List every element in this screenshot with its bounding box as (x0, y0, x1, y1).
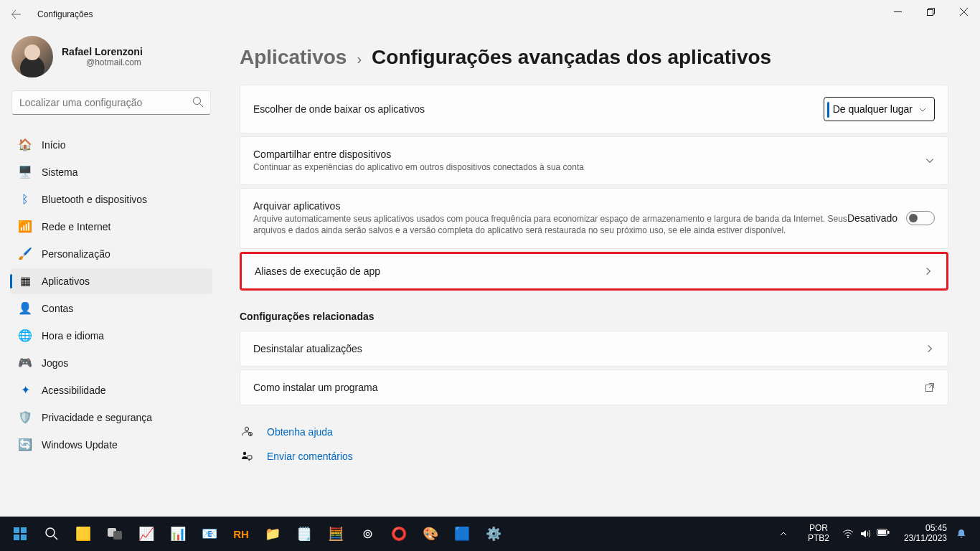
main-content: Aplicativos › Configurações avançadas do… (222, 29, 980, 517)
card-label: Compartilhar entre dispositivos (253, 149, 925, 160)
back-button[interactable] (6, 4, 27, 25)
nav-item-privacidade[interactable]: 🛡️Privacidade e segurança (10, 405, 212, 430)
svg-point-15 (847, 537, 849, 538)
maximize-icon (927, 8, 935, 16)
svg-rect-17 (887, 531, 889, 534)
clock-button[interactable]: 05:45 23/11/2023 (898, 524, 953, 544)
language-indicator[interactable]: POR PTB2 (804, 524, 834, 544)
chevron-right-icon (923, 266, 933, 276)
chevron-right-icon (925, 344, 935, 354)
user-account-block[interactable]: Rafael Lorenzoni @hotmail.com (6, 29, 217, 90)
battery-icon (877, 528, 890, 540)
feedback-icon (240, 450, 254, 463)
chevron-up-icon (779, 529, 788, 538)
minimize-button[interactable] (881, 0, 914, 23)
accessibility-icon: ✦ (19, 384, 32, 397)
lang-line1: POR (808, 524, 829, 534)
svg-rect-8 (14, 527, 19, 533)
window-title: Configurações (37, 9, 93, 19)
nav-item-hora[interactable]: 🌐Hora e idioma (10, 323, 212, 349)
tb-app-5[interactable]: 🗒️ (290, 519, 319, 548)
time-icon: 🌐 (19, 329, 32, 342)
nav-label: Acessibilidade (42, 385, 106, 396)
tb-app-explorer[interactable]: 📁 (258, 519, 287, 548)
card-desc: Arquive automaticamente seus aplicativos… (253, 212, 847, 236)
nav-item-acessibilidade[interactable]: ✦Acessibilidade (10, 377, 212, 403)
lang-line2: PTB2 (808, 534, 829, 544)
search-icon (44, 527, 59, 541)
card-uninstall-updates[interactable]: Desinstalar atualizações (240, 331, 948, 367)
apps-icon: ▦ (19, 275, 32, 288)
system-tray: POR PTB2 05:45 23/11/2023 (779, 524, 974, 544)
card-install-program[interactable]: Como instalar um programa (240, 369, 948, 405)
tb-app-7[interactable]: 🟦 (448, 519, 476, 548)
tb-app-paint[interactable]: 🎨 (416, 519, 445, 548)
feedback-link-row: Enviar comentários (240, 444, 948, 468)
games-icon: 🎮 (19, 357, 32, 369)
card-app-execution-aliases[interactable]: Aliases de execução de app (240, 252, 948, 291)
system-icon: 🖥️ (19, 166, 32, 179)
nav-label: Sistema (42, 166, 78, 178)
svg-rect-9 (21, 527, 27, 533)
nav-item-jogos[interactable]: 🎮Jogos (10, 350, 212, 376)
nav-item-inicio[interactable]: 🏠Início (10, 132, 212, 158)
date-text: 23/11/2023 (904, 534, 947, 544)
help-icon: ? (240, 425, 254, 438)
card-label: Como instalar um programa (253, 382, 925, 393)
close-icon (960, 8, 968, 16)
nav-item-sistema[interactable]: 🖥️Sistema (10, 159, 212, 185)
user-name: Rafael Lorenzoni (62, 46, 143, 57)
maximize-button[interactable] (914, 0, 947, 23)
quick-settings-button[interactable] (837, 528, 895, 540)
wifi-icon (842, 528, 854, 540)
search-input[interactable] (11, 90, 211, 115)
nav-label: Bluetooth e dispositivos (42, 194, 147, 205)
nav-item-contas[interactable]: 👤Contas (10, 296, 212, 321)
volume-icon (859, 528, 871, 540)
taskbar-apps: 🟨 📈 📊 📧 RH 📁 🗒️ 🧮 ⊚ ⭕ 🎨 🟦 ⚙️ (6, 519, 508, 548)
search-task-button[interactable] (37, 519, 66, 548)
tb-app-rh[interactable]: RH (227, 519, 255, 548)
tb-app-6[interactable]: ⊚ (353, 519, 382, 548)
svg-rect-18 (878, 530, 886, 534)
svg-rect-0 (927, 9, 933, 15)
help-links: ? Obtenha ajuda Enviar comentários (240, 420, 948, 468)
send-feedback-link[interactable]: Enviar comentários (267, 451, 353, 462)
tray-overflow-button[interactable] (779, 529, 801, 538)
tb-app-1[interactable]: 🟨 (69, 519, 98, 548)
nav-item-personalizacao[interactable]: 🖌️Personalização (10, 241, 212, 267)
get-help-link[interactable]: Obtenha ajuda (267, 426, 333, 438)
close-button[interactable] (947, 0, 980, 23)
task-view-button[interactable] (100, 519, 129, 548)
tb-app-3[interactable]: 📊 (164, 519, 192, 548)
tb-app-settings[interactable]: ⚙️ (479, 519, 508, 548)
nav-label: Hora e idioma (42, 330, 104, 342)
tb-app-2[interactable]: 📈 (132, 519, 161, 548)
svg-rect-11 (21, 534, 27, 540)
nav-item-windows-update[interactable]: 🔄Windows Update (10, 432, 212, 458)
svg-rect-7 (248, 456, 252, 459)
notifications-button[interactable] (956, 528, 974, 540)
svg-point-12 (46, 528, 55, 537)
tb-app-calculator[interactable]: 🧮 (321, 519, 350, 548)
breadcrumb-parent[interactable]: Aplicativos (240, 46, 347, 69)
nav-item-aplicativos[interactable]: ▦Aplicativos (10, 268, 212, 294)
start-button[interactable] (6, 519, 34, 548)
nav-item-bluetooth[interactable]: ᛒBluetooth e dispositivos (10, 187, 212, 212)
tb-app-chrome[interactable]: ⭕ (385, 519, 413, 548)
update-icon: 🔄 (19, 438, 32, 451)
card-label: Escolher de onde baixar os aplicativos (253, 103, 824, 115)
card-archive-apps: Arquivar aplicativos Arquive automaticam… (240, 188, 948, 248)
download-source-dropdown[interactable]: De qualquer lugar (824, 97, 935, 121)
chevron-down-icon (918, 105, 927, 114)
nav-label: Personalização (42, 248, 110, 260)
nav-item-rede[interactable]: 📶Rede e Internet (10, 214, 212, 240)
tb-app-mail[interactable]: 📧 (195, 519, 224, 548)
card-download-source: Escolher de onde baixar os aplicativos D… (240, 85, 948, 133)
card-desc: Continuar as experiências do aplicativo … (253, 160, 925, 173)
card-share-devices[interactable]: Compartilhar entre dispositivos Continua… (240, 136, 948, 185)
window-controls (881, 0, 980, 23)
privacy-icon: 🛡️ (19, 411, 32, 424)
search-box (11, 90, 211, 115)
archive-toggle[interactable] (906, 211, 935, 225)
